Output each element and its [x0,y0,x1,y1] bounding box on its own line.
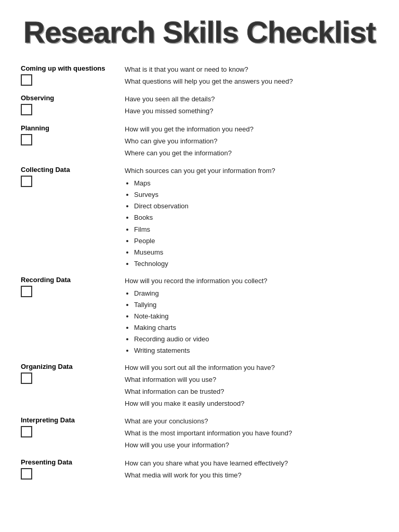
bullet-item: Direct observation [134,201,378,212]
section-coming-up-with-questions: Coming up with questionsWhat is it that … [21,64,378,88]
section-question: What media will work for you this time? [125,470,378,481]
bullet-item: Surveys [134,189,378,201]
section-question: Have you missed something? [125,106,378,117]
bullet-item: Recording audio or video [134,334,378,345]
section-title-observing: Observing [21,94,54,102]
bullet-item: Books [134,212,378,223]
checkbox-organizing-data[interactable] [21,373,32,384]
section-title-planning: Planning [21,124,49,132]
section-question: How will you record the information you … [125,276,378,287]
section-question: What are your conclusions? [125,416,378,427]
section-question: What is it that you want or need to know… [125,64,378,75]
section-question: Which sources can you get your informati… [125,166,378,177]
checkbox-coming-up-with-questions[interactable] [21,74,32,86]
section-collecting-data: Collecting DataWhich sources can you get… [21,166,378,270]
section-title-organizing-data: Organizing Data [21,363,73,370]
bullet-item: Maps [134,178,378,189]
section-organizing-data: Organizing DataHow will you sort out all… [21,363,378,410]
section-question: Who can give you information? [125,136,378,147]
section-recording-data: Recording DataHow will you record the in… [21,276,378,356]
section-title-recording-data: Recording Data [21,276,71,284]
bullet-list-collecting-data: MapsSurveysDirect observationBooksFilmsP… [125,178,378,270]
section-question: How can you share what you have learned … [125,458,378,469]
bullet-item: Museums [134,247,378,258]
section-question: Where can you get the information? [125,148,378,159]
page-title: Research Skills Checklist [21,10,378,49]
checkbox-collecting-data[interactable] [21,176,32,187]
section-question: How will you use your information? [125,440,378,451]
section-question: How will you get the information you nee… [125,124,378,135]
section-title-presenting-data: Presenting Data [21,458,72,466]
section-question: What questions will help you get the ans… [125,76,378,87]
section-question: How will you make it easily understood? [125,398,378,409]
checkbox-observing[interactable] [21,104,32,115]
checkbox-interpreting-data[interactable] [21,426,32,437]
section-question: How will you sort out all the informatio… [125,363,378,374]
section-question: Have you seen all the details? [125,94,378,105]
checkbox-presenting-data[interactable] [21,468,32,480]
section-title-interpreting-data: Interpreting Data [21,416,75,424]
bullet-item: Drawing [134,288,378,299]
bullet-item: Films [134,224,378,235]
bullet-item: Writing statements [134,345,378,356]
section-title-coming-up-with-questions: Coming up with questions [21,64,105,72]
section-observing: ObservingHave you seen all the details?H… [21,94,378,118]
section-interpreting-data: Interpreting DataWhat are your conclusio… [21,416,378,451]
bullet-item: Note-taking [134,311,378,322]
bullet-list-recording-data: DrawingTallyingNote-takingMaking chartsR… [125,288,378,357]
bullet-item: People [134,235,378,247]
section-planning: PlanningHow will you get the information… [21,124,378,159]
checklist: Coming up with questionsWhat is it that … [21,64,378,482]
checkbox-recording-data[interactable] [21,286,32,297]
section-title-collecting-data: Collecting Data [21,166,70,174]
bullet-item: Making charts [134,322,378,334]
section-question: What information can be trusted? [125,387,378,397]
section-question: What information will you use? [125,375,378,385]
bullet-item: Tallying [134,299,378,311]
section-presenting-data: Presenting DataHow can you share what yo… [21,458,378,482]
section-question: What is the most important information y… [125,428,378,439]
checkbox-planning[interactable] [21,134,32,145]
bullet-item: Technology [134,258,378,270]
